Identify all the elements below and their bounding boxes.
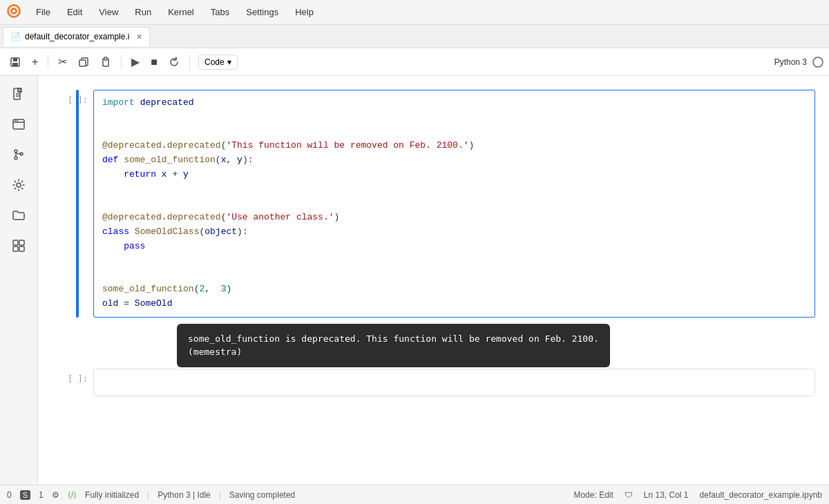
tab-icon: 📄 xyxy=(10,32,21,41)
toolbar-separator-1 xyxy=(48,55,48,69)
sidebar-git-button[interactable] xyxy=(6,142,31,167)
sidebar-extensions-button[interactable] xyxy=(6,233,31,258)
kernel-indicator: Python 3 xyxy=(774,57,823,68)
svg-rect-23 xyxy=(13,240,18,245)
status-num: 1 xyxy=(39,490,44,500)
status-sep1: | xyxy=(147,490,149,500)
cell-2-code[interactable] xyxy=(93,369,815,396)
status-initialized: Fully initialized xyxy=(85,490,139,500)
add-cell-button[interactable]: + xyxy=(28,53,42,71)
svg-point-18 xyxy=(15,150,17,153)
status-mode: Mode: Edit xyxy=(573,490,613,500)
menu-view[interactable]: View xyxy=(96,6,121,19)
status-saving: Saving completed xyxy=(229,490,295,500)
cell-2-label: [ ]: xyxy=(68,374,88,384)
sidebar xyxy=(0,76,38,485)
cell-2-container: [ ]: xyxy=(38,369,829,396)
svg-point-16 xyxy=(15,120,16,122)
toolbar-separator-3 xyxy=(189,55,190,69)
toolbar: + ✂ ▶ ■ Code ▾ Python 3 xyxy=(0,48,829,76)
menu-help[interactable]: Help xyxy=(292,6,316,19)
logo xyxy=(6,3,22,22)
sidebar-files-button[interactable] xyxy=(6,81,31,106)
menu-run[interactable]: Run xyxy=(132,6,154,19)
notebook-tab[interactable]: 📄 default_decorator_example.i × xyxy=(3,27,150,46)
status-s-icon: S xyxy=(20,490,30,500)
status-kernel: Python 3 | Idle xyxy=(158,490,211,500)
kernel-status-circle xyxy=(812,57,823,68)
svg-rect-9 xyxy=(104,57,107,60)
statusbar: 0 S 1 ⚙ ⟨/⟩ Fully initialized | Python 3… xyxy=(0,485,829,504)
tab-label: default_decorator_example.i xyxy=(25,32,129,41)
svg-point-22 xyxy=(17,183,21,187)
cell-1-container: [ ]: import deprecated @deprecated.depre… xyxy=(38,90,829,318)
menu-edit[interactable]: Edit xyxy=(64,6,85,19)
run-button[interactable]: ▶ xyxy=(127,52,144,71)
sidebar-settings-button[interactable] xyxy=(6,173,31,197)
paste-button[interactable] xyxy=(96,54,115,70)
cell-1-code[interactable]: import deprecated @deprecated.deprecated… xyxy=(93,90,815,318)
menu-settings[interactable]: Settings xyxy=(243,6,281,19)
svg-rect-24 xyxy=(19,240,24,245)
svg-rect-4 xyxy=(13,58,17,61)
cell-type-label: Code xyxy=(204,57,225,67)
status-index: 0 xyxy=(7,490,12,500)
deprecation-tooltip: some_old_function is deprecated. This fu… xyxy=(177,324,610,367)
copy-button[interactable] xyxy=(74,54,93,70)
kernel-name-label: Python 3 xyxy=(774,57,807,67)
svg-rect-5 xyxy=(12,63,18,66)
cell-2-sidebar: [ ]: xyxy=(38,369,93,396)
status-shield-icon: 🛡 xyxy=(625,490,633,500)
dropdown-arrow-icon: ▾ xyxy=(227,57,231,67)
sidebar-folder-button[interactable] xyxy=(6,203,31,228)
stop-button[interactable]: ■ xyxy=(146,53,162,71)
menu-kernel[interactable]: Kernel xyxy=(165,6,197,19)
restart-button[interactable] xyxy=(164,54,184,70)
cell-type-dropdown[interactable]: Code ▾ xyxy=(198,55,238,70)
svg-point-17 xyxy=(17,120,18,122)
status-cursor: Ln 13, Col 1 xyxy=(644,490,689,500)
tabbar: 📄 default_decorator_example.i × xyxy=(0,25,829,48)
active-cell-indicator xyxy=(76,90,79,318)
status-sep2: | xyxy=(219,490,221,500)
notebook: [ ]: import deprecated @deprecated.depre… xyxy=(38,76,829,485)
svg-rect-26 xyxy=(19,246,24,251)
status-right-group: Mode: Edit 🛡 Ln 13, Col 1 default_decora… xyxy=(573,490,822,500)
menu-tabs[interactable]: Tabs xyxy=(208,6,232,19)
status-arrow-icon: ⟨/⟩ xyxy=(68,490,77,500)
tooltip-line2: (memestra) xyxy=(188,347,242,357)
toolbar-separator-2 xyxy=(121,55,122,69)
menubar: File Edit View Run Kernel Tabs Settings … xyxy=(0,0,829,25)
svg-point-19 xyxy=(15,157,17,159)
tab-close-button[interactable]: × xyxy=(136,31,142,42)
status-gear-icon: ⚙ xyxy=(52,490,59,500)
svg-rect-25 xyxy=(13,246,18,251)
cell-1-sidebar: [ ]: xyxy=(38,90,93,318)
menu-file[interactable]: File xyxy=(33,6,53,19)
save-button[interactable] xyxy=(6,54,25,70)
tooltip-line1: some_old_function is deprecated. This fu… xyxy=(188,333,599,344)
svg-rect-7 xyxy=(79,60,86,66)
sidebar-running-button[interactable] xyxy=(6,112,31,137)
status-filename: default_decorator_example.ipynb xyxy=(700,490,822,500)
svg-point-2 xyxy=(12,10,15,12)
cut-button[interactable]: ✂ xyxy=(54,52,71,71)
main-area: [ ]: import deprecated @deprecated.depre… xyxy=(0,76,829,485)
